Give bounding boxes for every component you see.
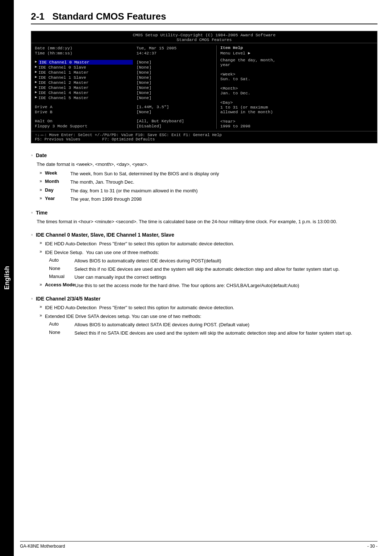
bios-row-ide1m: ► IDE Channel 1 Master [35, 70, 133, 75]
bios-halt-label: Halt On [35, 119, 133, 123]
desc-ide-hdd-detect: » IDE HDD Auto-Detection Press "Enter" t… [40, 240, 377, 248]
bullet-ide-setup: » [40, 249, 42, 254]
bios-header: CMOS Setup Utility-Copyright (C) 1984-20… [31, 31, 377, 43]
desc-ide01-title: IDE Channel 0 Master, Slave, IDE Channel… [36, 232, 174, 238]
bullet-ide2345-ext: » [40, 313, 42, 318]
label-access: Access Mode [45, 282, 75, 287]
bios-row-ide0s: ► IDE Channel 0 Slave [35, 65, 133, 70]
main-content: 2-1 Standard CMOS Features CMOS Setup Ut… [20, 0, 392, 357]
label-year: Year [45, 196, 70, 201]
desc-time: ◦ Time The times format in <hour> <minut… [31, 209, 377, 225]
bios-help-title: Item Help [220, 45, 373, 50]
section-number: 2-1 [31, 11, 45, 22]
bios-arrow-ide1s: ► [35, 75, 37, 79]
bios-ide5m-label: IDE Channel 5 Master [38, 95, 133, 100]
desc-ide2345-heading: ◦ IDE Channel 2/3/4/5 Master [31, 295, 377, 302]
desc-date-year: » Year The year, from 1999 through 2098 [40, 196, 377, 203]
bios-row-halt: Halt On [35, 119, 133, 123]
text-month: The month, Jan. Through Dec. [70, 179, 377, 186]
sub-auto-label: Auto [49, 257, 74, 263]
bios-driveb-label: Drive B [35, 110, 133, 114]
bios-col-mid: Tue, Mar 15 2005 14:42:37 [None] [None] … [136, 45, 216, 129]
bios-footer: ↑↓→←: Move Enter: Select +/-/PU/PD: Valu… [31, 131, 377, 143]
desc-date-month: » Month The month, Jan. Through Dec. [40, 179, 377, 186]
desc-date: ◦ Date The date format is <week>, <month… [31, 152, 377, 203]
desc-ide2345-ext: » Extended IDE Drive SATA devices setup.… [40, 313, 377, 320]
footer-product: GA-K8NE Motherboard [20, 544, 65, 549]
desc-ide2345: ◦ IDE Channel 2/3/4/5 Master » IDE HDD A… [31, 295, 377, 336]
bios-row-ide4m: ► IDE Channel 4 Master [35, 90, 133, 95]
date-icon: ◦ [31, 152, 33, 159]
sub-manual: Manual User can manually input the corre… [49, 274, 377, 281]
bios-time-value: 14:42:37 [136, 51, 216, 56]
bios-ide2m-label: IDE Channel 2 Master [38, 80, 133, 85]
bios-ide4m-value: [None] [136, 90, 216, 95]
bios-row-ide1s: ► IDE Channel 1 Slave [35, 75, 133, 80]
bios-header-line2: Standard CMOS Features [31, 37, 377, 42]
desc-date-day: » Day The day, from 1 to 31 (or the maxi… [40, 187, 377, 195]
bios-row-ide5m: ► IDE Channel 5 Master [35, 95, 133, 100]
sub-sata-none: None Select this if no SATA IDE devices … [49, 330, 377, 337]
bios-drivea-value: [1.44M, 3.5"] [136, 105, 216, 109]
sub-auto: Auto Allows BIOS to automatically detect… [49, 257, 377, 265]
bullet-month: » [40, 179, 42, 184]
bios-ide5m-value: [None] [136, 95, 216, 100]
bullet-week: » [40, 170, 42, 175]
text-ide-setup: IDE Device Setup. You can use one of thr… [45, 249, 377, 256]
bios-help-subtitle: Menu Level ► [220, 51, 373, 56]
label-month: Month [45, 179, 70, 184]
text-ide-hdd: IDE HDD Auto-Detection Press "Enter" to … [45, 240, 377, 248]
bios-ide3m-label: IDE Channel 3 Master [38, 85, 133, 90]
desc-ide2345-title: IDE Channel 2/3/4/5 Master [36, 296, 101, 302]
desc-date-intro: The date format is <week>, <month>, <day… [37, 161, 377, 168]
desc-time-title: Time [36, 210, 48, 216]
desc-time-intro: The times format in <hour> <minute> <sec… [37, 218, 377, 225]
desc-ide01-heading: ◦ IDE Channel 0 Master, Slave, IDE Chann… [31, 232, 377, 238]
sub-manual-text: User can manually input the correct sett… [74, 274, 377, 281]
bios-ide0s-label: IDE Channel 0 Slave [38, 65, 133, 70]
desc-date-week: » Week The week, from Sun to Sat, determ… [40, 170, 377, 177]
bios-f5: F5: Previous Values [35, 137, 80, 142]
bios-floppy-value: [Disabled] [136, 124, 216, 128]
bios-ide0m-label: IDE Channel 0 Master [38, 60, 133, 65]
bios-row-driveb: Drive B [35, 110, 133, 114]
ide2345-icon: ◦ [31, 295, 33, 302]
bios-help-lines: Change the day, month, year <Week> Sun. … [220, 58, 373, 128]
ide01-icon: ◦ [31, 232, 33, 238]
bullet-ide2345-hdd: » [40, 304, 42, 309]
bios-arrow-ide2m: ► [35, 80, 37, 84]
bios-drivea-label: Drive A [35, 105, 133, 109]
bios-ide1m-label: IDE Channel 1 Master [38, 70, 133, 75]
bios-row-ide3m: ► IDE Channel 3 Master [35, 85, 133, 90]
bios-arrow-ide1m: ► [35, 70, 37, 74]
text-ide2345-hdd: IDE HDD Auto-Detection Press "Enter" to … [45, 304, 377, 311]
bullet-day: » [40, 187, 42, 192]
sub-manual-label: Manual [49, 274, 74, 279]
bios-footer-left: ↑↓→←: Move Enter: Select +/-/PU/PD: Valu… [35, 133, 222, 142]
bios-row-time: Time (hh:mm:ss) [35, 51, 133, 56]
page-footer: GA-K8NE Motherboard - 30 - [20, 541, 377, 549]
bios-footer-nav: ↑↓→←: Move Enter: Select +/-/PU/PD: Valu… [35, 133, 222, 137]
bios-ide2m-value: [None] [136, 80, 216, 85]
sub-sata-none-text: Select this if no SATA IDE devices are u… [74, 330, 377, 337]
bios-floppy-label: Floppy 3 Mode Support [35, 124, 133, 128]
sub-none-text: Select this if no IDE devices are used a… [74, 266, 377, 273]
bios-arrow-ide0m: ► [35, 60, 37, 64]
bios-time-label: Time (hh:mm:ss) [35, 51, 133, 56]
bios-ide4m-label: IDE Channel 4 Master [38, 90, 133, 95]
bios-ide0s-value: [None] [136, 65, 216, 70]
bios-ide1m-value: [None] [136, 70, 216, 75]
section-heading: Standard CMOS Features [52, 11, 166, 22]
sub-auto-text: Allows BIOS to automatically detect IDE … [74, 257, 377, 265]
bios-ide1s-label: IDE Channel 1 Slave [38, 75, 133, 80]
bios-screenshot: CMOS Setup Utility-Copyright (C) 1984-20… [31, 31, 377, 143]
sub-none: None Select this if no IDE devices are u… [49, 266, 377, 273]
text-access: Use this to set the access mode for the … [75, 282, 377, 289]
desc-date-title: Date [36, 152, 47, 158]
bios-date-value: Tue, Mar 15 2005 [136, 46, 216, 50]
sub-sata-auto-text: Allows BIOS to automatically detect SATA… [74, 321, 377, 328]
bios-col-right: Item Help Menu Level ► Change the day, m… [216, 45, 373, 129]
bios-halt-value: [All, But Keyboard] [136, 119, 216, 123]
section-title: 2-1 Standard CMOS Features [31, 11, 377, 24]
bios-driveb-value: [None] [136, 110, 216, 114]
